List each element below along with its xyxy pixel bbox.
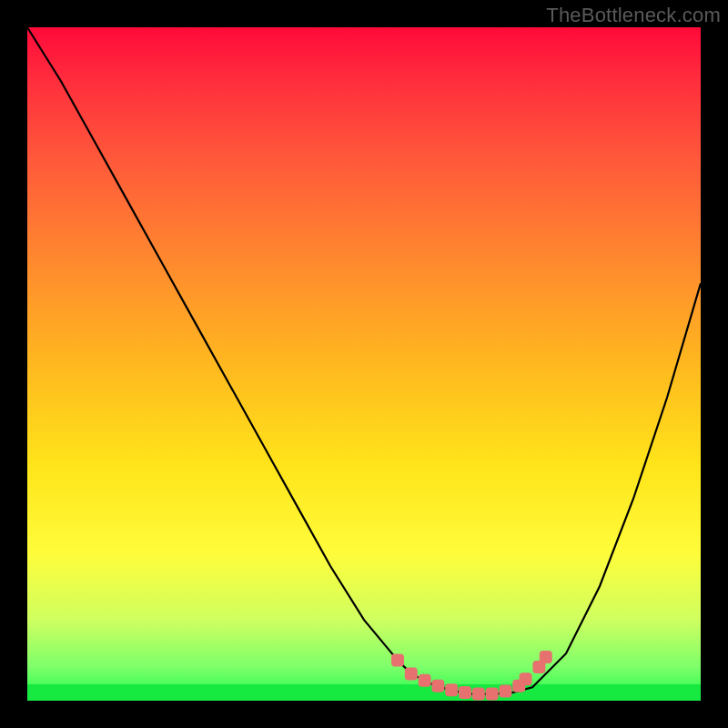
optimal-marker: [405, 667, 418, 680]
optimal-marker: [431, 680, 444, 693]
optimal-marker: [459, 686, 471, 699]
optimal-marker: [445, 683, 458, 696]
optimal-marker: [391, 654, 404, 667]
optimal-marker: [419, 674, 431, 687]
chart-frame: TheBottleneck.com: [0, 0, 728, 728]
bottleneck-curve-line: [27, 27, 701, 694]
bottleneck-curve-svg: [27, 27, 701, 701]
watermark-text: TheBottleneck.com: [546, 4, 721, 27]
plot-area: [27, 27, 701, 701]
optimal-range-markers: [391, 651, 552, 701]
optimal-marker: [486, 688, 499, 701]
optimal-marker: [520, 672, 532, 685]
optimal-marker: [472, 688, 485, 701]
optimal-marker: [499, 685, 511, 698]
optimal-marker: [540, 651, 552, 663]
